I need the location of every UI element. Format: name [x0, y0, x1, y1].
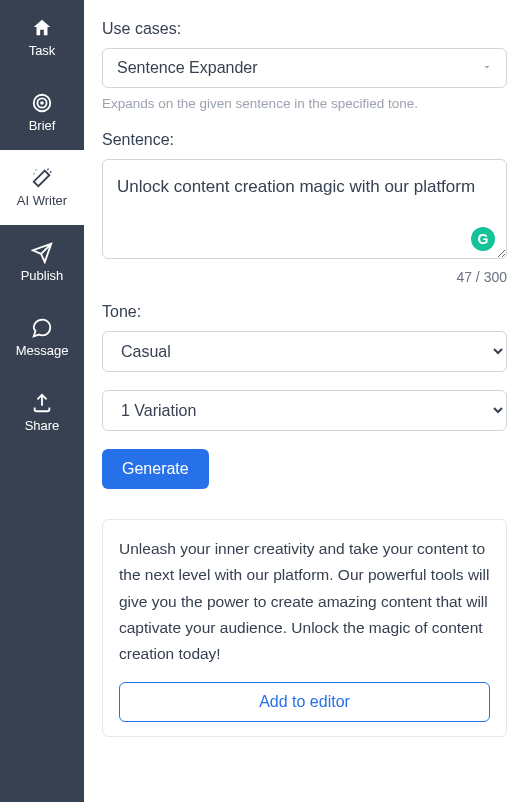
svg-point-2	[41, 102, 43, 104]
tone-select[interactable]: Casual	[102, 331, 507, 372]
use-case-hint: Expands on the given sentence in the spe…	[102, 96, 507, 111]
send-icon	[31, 242, 53, 264]
result-text: Unleash your inner creativity and take y…	[119, 536, 490, 668]
add-to-editor-button[interactable]: Add to editor	[119, 682, 490, 722]
home-icon	[31, 17, 53, 39]
sentence-input[interactable]	[102, 159, 507, 259]
main-panel: Use cases: Sentence Expander Expands on …	[84, 0, 527, 802]
chat-icon	[31, 317, 53, 339]
sidebar-item-label: Message	[16, 343, 69, 358]
sidebar-item-share[interactable]: Share	[0, 375, 84, 450]
use-case-select[interactable]: Sentence Expander	[102, 48, 507, 88]
sidebar-item-task[interactable]: Task	[0, 0, 84, 75]
sidebar-item-label: Publish	[21, 268, 64, 283]
sentence-textarea-wrap: G	[102, 159, 507, 263]
char-counter: 47 / 300	[102, 269, 507, 285]
target-icon	[31, 92, 53, 114]
tone-label: Tone:	[102, 303, 507, 321]
sidebar-item-brief[interactable]: Brief	[0, 75, 84, 150]
generate-button[interactable]: Generate	[102, 449, 209, 489]
variation-select[interactable]: 1 Variation	[102, 390, 507, 431]
use-cases-label: Use cases:	[102, 20, 507, 38]
sidebar-item-label: Share	[25, 418, 60, 433]
sidebar-item-label: Task	[29, 43, 56, 58]
sidebar-item-label: AI Writer	[17, 193, 67, 208]
upload-icon	[31, 392, 53, 414]
sidebar-item-label: Brief	[29, 118, 56, 133]
wand-icon	[31, 167, 53, 189]
sidebar-item-publish[interactable]: Publish	[0, 225, 84, 300]
grammarly-icon: G	[471, 227, 495, 251]
result-card: Unleash your inner creativity and take y…	[102, 519, 507, 737]
sentence-label: Sentence:	[102, 131, 507, 149]
sidebar: Task Brief AI Writer Publish Message Sha…	[0, 0, 84, 802]
use-case-select-wrap: Sentence Expander	[102, 48, 507, 88]
sidebar-item-ai-writer[interactable]: AI Writer	[0, 150, 84, 225]
sidebar-item-message[interactable]: Message	[0, 300, 84, 375]
